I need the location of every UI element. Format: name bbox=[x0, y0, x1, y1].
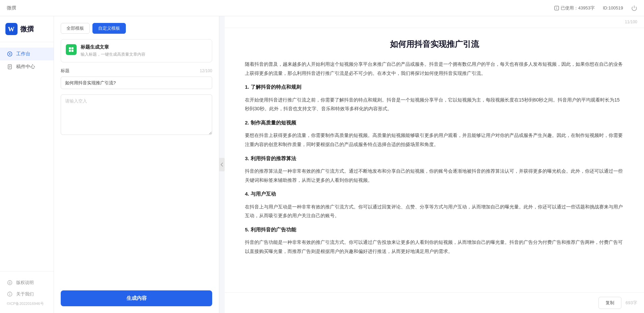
sidebar-item-copyright[interactable]: © 版权说明 bbox=[0, 277, 54, 288]
title-field-group: 标题 12/100 bbox=[61, 68, 212, 89]
sidebar-item-workspace[interactable]: 工作台 bbox=[0, 48, 54, 60]
about-icon bbox=[7, 291, 13, 297]
sidebar-item-drafts[interactable]: 稿件中心 bbox=[0, 60, 54, 73]
svg-point-14 bbox=[9, 293, 10, 294]
title-field-label: 标题 12/100 bbox=[61, 68, 212, 74]
svg-rect-16 bbox=[69, 47, 71, 49]
template-info: 标题生成文章 输入标题，一键生成高质量文章内容 bbox=[81, 44, 145, 57]
topbar-title: 微撰 bbox=[7, 5, 16, 11]
article-section-heading: 3. 利用抖音的推荐算法 bbox=[245, 154, 624, 164]
sidebar-label-workspace: 工作台 bbox=[16, 51, 30, 57]
article-section-paragraph: 抖音的广告功能是一种非常有效的推广引流方式。你可以通过广告投放来让更多的人看到你… bbox=[245, 238, 624, 256]
sidebar-item-about[interactable]: 关于我们 bbox=[0, 288, 54, 300]
template-card[interactable]: 标题生成文章 输入标题，一键生成高质量文章内容 bbox=[61, 39, 212, 62]
topbar-used: i 已使用：43953字 bbox=[554, 5, 595, 11]
article-section-paragraph: 在抖音上与用户互动是一种非常有效的推广引流方式。你可以通过回复评论、点赞、分享等… bbox=[245, 202, 624, 220]
title-field-count: 12/100 bbox=[200, 68, 212, 73]
copyright-icon: © bbox=[7, 280, 13, 286]
article-body: 随着抖音的普及，越来越多的人开始利用这个短视频分享平台来推广自己的产品或服务。抖… bbox=[245, 60, 624, 256]
article-title: 如何用抖音实现推广引流 bbox=[245, 38, 624, 50]
logo-icon: W bbox=[5, 23, 18, 35]
content-textarea[interactable] bbox=[61, 94, 212, 135]
sidebar-nav: 工作台 稿件中心 bbox=[0, 42, 54, 271]
article-section-paragraph: 在开始使用抖音进行推广引流之前，你需要了解抖音的特点和规则。抖音是一个短视频分享… bbox=[245, 95, 624, 113]
tab-all-templates[interactable]: 全部模板 bbox=[61, 23, 90, 34]
right-panel: 11/100 如何用抖音实现推广引流 随着抖音的普及，越来越多的人开始利用这个短… bbox=[225, 16, 644, 313]
logo-text: 微撰 bbox=[20, 25, 34, 34]
template-tabs: 全部模板 自定义模板 bbox=[61, 23, 212, 34]
icp-text: ©ICP备2022016946号 bbox=[0, 300, 54, 308]
template-description: 输入标题，一键生成高质量文章内容 bbox=[81, 52, 145, 57]
generate-button[interactable]: 生成内容 bbox=[61, 290, 212, 306]
svg-point-6 bbox=[9, 53, 10, 55]
content-field-group bbox=[61, 94, 212, 135]
copyright-label: 版权说明 bbox=[16, 280, 34, 286]
topbar-right: i 已使用：43953字 ID:100519 bbox=[554, 5, 637, 11]
article-section-heading: 2. 制作高质量的短视频 bbox=[245, 118, 624, 128]
template-title: 标题生成文章 bbox=[81, 44, 145, 50]
sidebar-logo: W 微撰 bbox=[0, 16, 54, 42]
collapse-handle[interactable] bbox=[219, 158, 225, 171]
title-input[interactable] bbox=[61, 77, 212, 89]
article-section-paragraph: 随着抖音的普及，越来越多的人开始利用这个短视频分享平台来推广自己的产品或服务。抖… bbox=[245, 60, 624, 78]
topbar: 微撰 i 已使用：43953字 ID:100519 bbox=[0, 0, 644, 16]
template-card-icon bbox=[66, 44, 77, 55]
svg-text:i: i bbox=[556, 6, 557, 10]
svg-text:W: W bbox=[8, 25, 15, 33]
page-count: 11/100 bbox=[625, 20, 637, 24]
used-count: 已使用：43953字 bbox=[561, 5, 595, 11]
article-section-paragraph: 抖音的推荐算法是一种非常有效的推广引流方式。通过不断地发布和分享自己的短视频，你… bbox=[245, 167, 624, 184]
info-icon: i bbox=[554, 5, 559, 11]
right-panel-footer: 复制 693字 bbox=[225, 292, 644, 313]
content-area: 全部模板 自定义模板 标题生成文章 输入标题，一键生成高质量文章内容 bbox=[54, 16, 644, 313]
word-count: 693字 bbox=[625, 300, 637, 306]
svg-rect-19 bbox=[72, 50, 74, 52]
sidebar-footer: © 版权说明 关于我们 ©ICP备2022016946号 bbox=[0, 271, 54, 313]
copy-button[interactable]: 复制 bbox=[598, 297, 621, 309]
article-content: 如何用抖音实现推广引流 随着抖音的普及，越来越多的人开始利用这个短视频分享平台来… bbox=[225, 28, 644, 292]
article-section-heading: 5. 利用抖音的广告功能 bbox=[245, 225, 624, 235]
chevron-left-icon bbox=[221, 163, 223, 167]
file-icon bbox=[7, 64, 13, 70]
title-label-text: 标题 bbox=[61, 68, 69, 74]
sidebar-label-drafts: 稿件中心 bbox=[16, 64, 35, 70]
sidebar: W 微撰 工作台 bbox=[0, 16, 54, 313]
article-section-heading: 1. 了解抖音的特点和规则 bbox=[245, 82, 624, 92]
user-id: ID:100519 bbox=[603, 5, 623, 10]
svg-rect-18 bbox=[69, 50, 71, 52]
svg-text:©: © bbox=[9, 281, 11, 285]
power-icon[interactable] bbox=[631, 5, 637, 11]
left-panel: 全部模板 自定义模板 标题生成文章 输入标题，一键生成高质量文章内容 bbox=[54, 16, 219, 313]
right-panel-header: 11/100 bbox=[225, 16, 644, 28]
svg-rect-17 bbox=[72, 47, 74, 49]
article-section-paragraph: 要想在抖音上获得更多的流量，你需要制作高质量的短视频。高质量的短视频能够吸引更多… bbox=[245, 131, 624, 149]
main-layout: W 微撰 工作台 bbox=[0, 16, 644, 313]
article-section-heading: 4. 与用户互动 bbox=[245, 189, 624, 199]
tab-custom-templates[interactable]: 自定义模板 bbox=[92, 23, 126, 34]
grid-icon bbox=[7, 51, 13, 57]
about-label: 关于我们 bbox=[16, 291, 34, 297]
